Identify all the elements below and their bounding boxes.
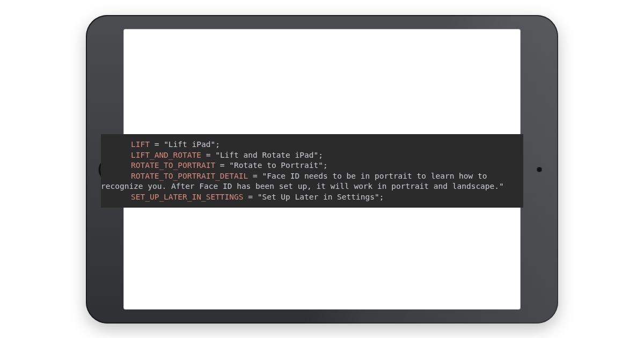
code-snippet: LIFT = "Lift iPad"; LIFT_AND_ROTATE = "L… [101, 134, 523, 208]
code-line-4a: ROTATE_TO_PORTRAIT_DETAIL = "Face ID nee… [101, 171, 523, 182]
equals-op: = [150, 140, 164, 149]
code-line-3: ROTATE_TO_PORTRAIT = "Rotate to Portrait… [101, 160, 523, 171]
code-key: SET_UP_LATER_IN_SETTINGS [131, 193, 244, 201]
equals-op: = [248, 172, 262, 180]
code-line-1: LIFT = "Lift iPad"; [101, 139, 523, 150]
code-line-2: LIFT_AND_ROTATE = "Lift and Rotate iPad"… [101, 150, 523, 161]
code-key: LIFT_AND_ROTATE [131, 151, 201, 159]
code-value: "Set Up Later in Settings"; [258, 193, 384, 201]
code-value: "Lift and Rotate iPad"; [215, 151, 323, 159]
code-key: ROTATE_TO_PORTRAIT [131, 161, 215, 170]
code-value: "Face ID needs to be in portrait to lear… [262, 172, 487, 180]
stage: LIFT = "Lift iPad"; LIFT_AND_ROTATE = "L… [0, 0, 644, 338]
code-value: "Rotate to Portrait"; [229, 161, 327, 170]
code-key: ROTATE_TO_PORTRAIT_DETAIL [131, 172, 248, 180]
code-value: recognize you. After Face ID has been se… [101, 182, 504, 190]
equals-op: = [201, 151, 215, 159]
code-key: LIFT [131, 140, 150, 149]
code-line-5: SET_UP_LATER_IN_SETTINGS = "Set Up Later… [101, 192, 523, 203]
camera-icon [537, 167, 542, 172]
equals-op: = [244, 193, 258, 201]
code-line-4b: recognize you. After Face ID has been se… [101, 181, 523, 192]
equals-op: = [215, 161, 229, 170]
code-value: "Lift iPad"; [164, 140, 220, 149]
